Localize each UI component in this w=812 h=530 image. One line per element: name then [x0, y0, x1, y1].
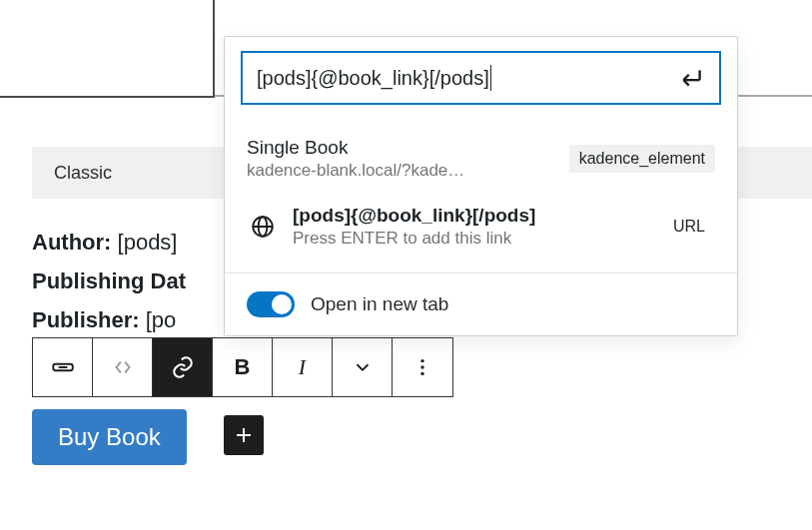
author-value: [pods] [118, 230, 178, 255]
suggestion-title: Single Book [247, 137, 559, 159]
empty-block[interactable] [0, 0, 215, 98]
link-url-value: [pods]{@book_link}[/pods] [257, 67, 489, 90]
classic-label: Classic [54, 163, 112, 184]
svg-point-4 [420, 372, 423, 375]
suggestion-tag: kadence_element [569, 145, 715, 173]
text-cursor [490, 65, 492, 91]
suggestion-hint: Press ENTER to add this link [293, 229, 653, 249]
publisher-label: Publisher: [32, 307, 140, 332]
add-block-button[interactable] [224, 415, 264, 455]
toggle-knob [272, 294, 292, 314]
svg-point-3 [420, 365, 423, 368]
link-url-input[interactable]: [pods]{@book_link}[/pods] [241, 51, 721, 105]
move-icon[interactable] [93, 338, 153, 396]
suggestion-url: kadence-blank.local/?kade… [247, 161, 559, 181]
submit-link-icon[interactable] [679, 65, 705, 91]
pubdate-label: Publishing Dat [32, 268, 186, 293]
suggestion-title: [pods]{@book_link}[/pods] [293, 205, 653, 227]
button-block-icon[interactable] [33, 338, 93, 396]
more-options-icon[interactable] [393, 338, 452, 396]
link-icon[interactable] [153, 338, 213, 396]
globe-icon [247, 214, 279, 240]
link-suggestion-item[interactable]: [pods]{@book_link}[/pods] Press ENTER to… [247, 193, 715, 261]
author-label: Author: [32, 230, 111, 255]
buy-book-button[interactable]: Buy Book [32, 409, 187, 465]
svg-point-2 [420, 359, 423, 362]
open-new-tab-toggle[interactable] [247, 291, 295, 317]
author-row: Author: [pods] [32, 225, 186, 260]
pubdate-row: Publishing Dat [32, 264, 186, 298]
bold-button[interactable]: B [213, 338, 273, 396]
italic-button[interactable]: I [273, 338, 333, 396]
link-suggestion-item[interactable]: Single Book kadence-blank.local/?kade… k… [247, 125, 715, 193]
link-popover: [pods]{@book_link}[/pods] Single Book ka… [224, 36, 738, 336]
suggestion-tag: URL [663, 213, 715, 241]
publisher-value: [po [146, 307, 177, 332]
chevron-down-icon[interactable] [333, 338, 393, 396]
publisher-row: Publisher: [po [32, 302, 186, 337]
block-toolbar: B I [32, 337, 453, 397]
content-text[interactable]: Author: [pods] Publishing Dat Publisher:… [32, 225, 186, 342]
open-new-tab-label: Open in new tab [311, 293, 448, 315]
